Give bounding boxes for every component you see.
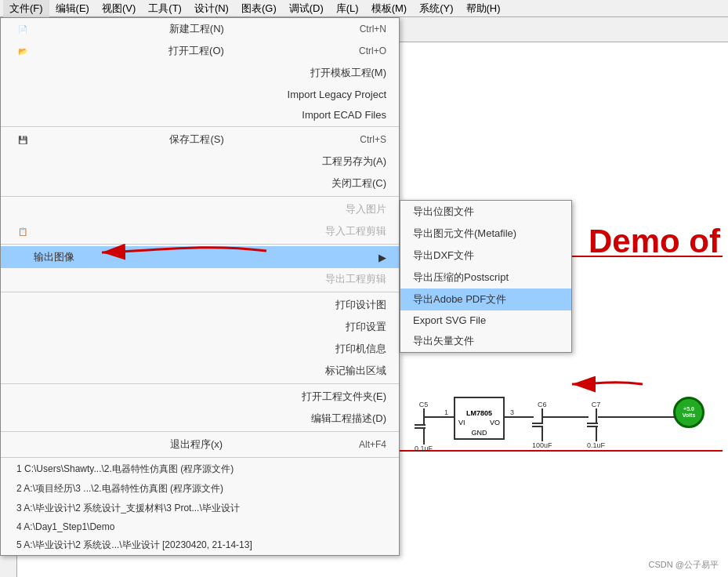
wire-4	[598, 416, 676, 418]
new-icon: 📄	[16, 23, 29, 35]
menu-edit[interactable]: 编辑(E)	[49, 0, 96, 17]
menu-new-shortcut: Ctrl+N	[360, 24, 386, 34]
menu-export-clip[interactable]: 导出工程剪辑	[1, 268, 399, 290]
printer-info-icon	[16, 343, 29, 355]
export-image-icon	[16, 251, 29, 263]
menu-printer-info-label: 打印机信息	[335, 342, 386, 356]
menu-export-image-label: 输出图像	[34, 250, 74, 264]
ic-name: LM7805	[466, 409, 492, 417]
menu-print-design[interactable]: 打印设计图	[1, 294, 399, 316]
menu-save-shortcut: Ctrl+S	[360, 134, 386, 145]
menu-debug[interactable]: 调试(D)	[283, 0, 330, 17]
menu-save-as[interactable]: 工程另存为(A)	[1, 151, 399, 172]
import-legacy-icon	[16, 88, 29, 100]
menubar: 文件(F) 编辑(E) 视图(V) 工具(T) 设计(N) 图表(G) 调试(D…	[0, 0, 728, 17]
ic-pin1: 1	[444, 408, 448, 416]
wire-1	[424, 416, 455, 418]
menu-import-image[interactable]: 导入图片	[1, 198, 399, 220]
recent-file-4[interactable]: 4 A:\Day1_Step1\Demo	[1, 518, 399, 535]
menu-print-settings-label: 打印设置	[346, 320, 386, 334]
open-icon: 📂	[16, 45, 29, 57]
ic-vi: VI	[458, 419, 465, 426]
menu-view[interactable]: 视图(V)	[96, 0, 142, 17]
sep-recent	[1, 457, 399, 458]
menu-close[interactable]: 关闭工程(C)	[1, 172, 399, 194]
menu-tools[interactable]: 工具(T)	[142, 0, 188, 17]
menu-open-template-label: 打开模板工程(M)	[310, 66, 387, 80]
import-image-icon	[16, 203, 29, 216]
circuit-area: 1 LM7805 VI VO GND 3 C5 0.1uF	[407, 389, 712, 530]
menu-import-legacy-label: Import Legacy Project	[288, 89, 386, 100]
menu-open-shortcut: Ctrl+O	[359, 45, 386, 56]
mark-area-icon	[16, 365, 29, 377]
cap-c5: C5 0.1uF	[415, 401, 433, 452]
submenu-export-svg[interactable]: Export SVG File	[400, 310, 571, 330]
menu-export-image[interactable]: 输出图像 ▶	[1, 246, 399, 268]
voltage-indicator: +5.0 Volts	[673, 397, 704, 428]
menu-print-settings[interactable]: 打印设置	[1, 316, 399, 338]
demo-text: Demo of	[589, 223, 728, 260]
save-as-icon	[16, 155, 29, 168]
wire-3	[541, 416, 589, 418]
menu-open-folder[interactable]: 打开工程文件夹(E)	[1, 386, 399, 408]
menu-template[interactable]: 模板(M)	[365, 0, 414, 17]
menu-mark-area[interactable]: 标记输出区域	[1, 360, 399, 382]
file-menu: 📄 新建工程(N) Ctrl+N 📂 打开工程(O) Ctrl+O 打开模板工程…	[0, 17, 400, 556]
menu-chart[interactable]: 图表(G)	[235, 0, 283, 17]
menu-exit-shortcut: Alt+F4	[359, 439, 386, 450]
menu-open-label: 打开工程(O)	[168, 44, 224, 58]
submenu-export-postscript[interactable]: 导出压缩的Postscript	[400, 267, 571, 288]
open-template-icon	[16, 67, 29, 79]
menu-edit-desc[interactable]: 编辑工程描述(D)	[1, 408, 399, 430]
menu-import-clip[interactable]: 📋 导入工程剪辑	[1, 220, 399, 242]
menu-open[interactable]: 📂 打开工程(O) Ctrl+O	[1, 40, 399, 62]
watermark: CSDN @公子易平	[649, 559, 719, 571]
submenu-arrow: ▶	[378, 252, 386, 263]
menu-new[interactable]: 📄 新建工程(N) Ctrl+N	[1, 18, 399, 40]
menu-import-ecad[interactable]: Import ECAD Files	[1, 104, 399, 125]
submenu-export-bitmap[interactable]: 导出位图文件	[400, 201, 571, 223]
sep-5	[1, 383, 399, 384]
menu-save[interactable]: 💾 保存工程(S) Ctrl+S	[1, 129, 399, 151]
menu-import-ecad-label: Import ECAD Files	[302, 109, 386, 121]
menu-printer-info[interactable]: 打印机信息	[1, 338, 399, 360]
import-clip-icon: 📋	[16, 225, 29, 238]
menu-save-label: 保存工程(S)	[169, 132, 223, 147]
menu-import-legacy[interactable]: Import Legacy Project	[1, 84, 399, 104]
cap-c7: C7 0.1uF	[587, 401, 605, 449]
menu-open-template[interactable]: 打开模板工程(M)	[1, 62, 399, 84]
menu-lib[interactable]: 库(L)	[330, 0, 365, 17]
menu-export-clip-label: 导出工程剪辑	[325, 272, 386, 286]
submenu-export-metafile[interactable]: 导出图元文件(Metafile)	[400, 223, 571, 245]
menu-save-as-label: 工程另存为(A)	[322, 154, 386, 169]
close-icon	[16, 177, 29, 190]
menu-exit[interactable]: 退出程序(x) Alt+F4	[1, 434, 399, 455]
edit-desc-icon	[16, 412, 29, 425]
submenu-export-pdf[interactable]: 导出Adobe PDF文件	[400, 288, 571, 310]
import-ecad-icon	[16, 108, 29, 121]
recent-file-2[interactable]: 2 A:\项目经历\3 ...\2.电器特性仿真图 (程序源文件)	[1, 479, 399, 499]
menu-help[interactable]: 帮助(H)	[460, 0, 507, 17]
menu-open-folder-label: 打开工程文件夹(E)	[302, 390, 386, 404]
ic-vo: VO	[490, 419, 500, 426]
recent-file-1[interactable]: 1 C:\Users\Shawty...\2.电器特性仿真图 (程序源文件)	[1, 459, 399, 479]
recent-file-3[interactable]: 3 A:\毕业设计\2 系统设计_支援材料\3 Prot...\毕业设计	[1, 499, 399, 518]
submenu-export-vector[interactable]: 导出矢量文件	[400, 330, 571, 352]
ic-pin3: 3	[510, 408, 514, 416]
menu-edit-desc-label: 编辑工程描述(D)	[311, 412, 386, 426]
save-icon: 💾	[16, 133, 29, 146]
export-clip-icon	[16, 273, 29, 285]
menu-exit-label: 退出程序(x)	[170, 437, 223, 452]
menu-system[interactable]: 系统(Y)	[413, 0, 459, 17]
sep-4	[1, 292, 399, 292]
submenu-export-dxf[interactable]: 导出DXF文件	[400, 245, 571, 267]
menu-new-label: 新建工程(N)	[169, 22, 224, 36]
recent-file-5[interactable]: 5 A:\毕业设计\2 系统设...\毕业设计 [20230420, 21-14…	[1, 535, 399, 555]
menu-design[interactable]: 设计(N)	[188, 0, 235, 17]
menu-file[interactable]: 文件(F)	[3, 0, 49, 17]
exit-icon	[16, 438, 29, 451]
sep-3	[1, 244, 399, 245]
ic-box: 1 LM7805 VI VO GND 3	[454, 397, 505, 440]
ic-gnd: GND	[472, 429, 487, 437]
menu-import-image-label: 导入图片	[346, 202, 386, 216]
